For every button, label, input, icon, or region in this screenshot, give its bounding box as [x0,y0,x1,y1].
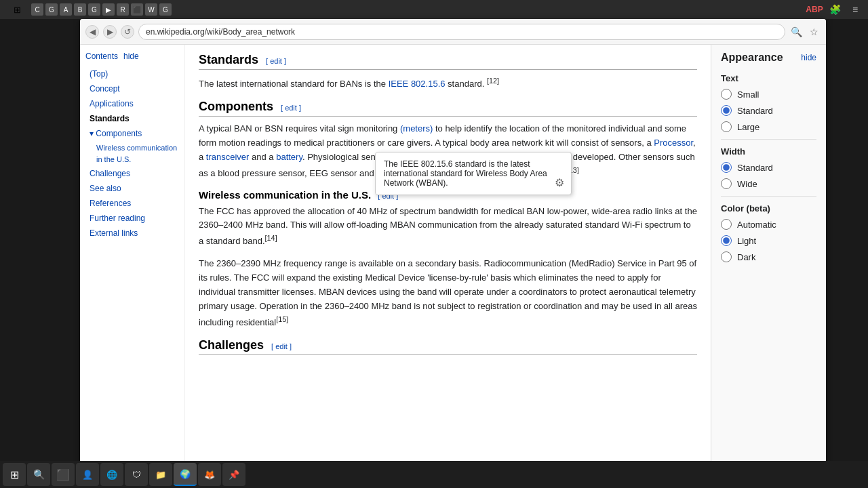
color-auto-radio[interactable] [721,219,732,230]
taskbar-pin[interactable]: 📌 [222,463,245,486]
ext-icon-9[interactable]: W [145,3,157,16]
color-light-radio[interactable] [721,235,732,246]
width-standard-label: Standard [737,163,773,173]
taskbar-task-view[interactable]: ⬛ [52,463,75,486]
standards-para: The latest international standard for BA… [199,75,697,92]
article-content: Standards [ edit ] The latest internatio… [185,45,711,473]
color-section-label: Color (beta) [721,203,816,214]
sidebar-item-applications[interactable]: Applications [85,96,179,111]
divider-1 [721,139,816,140]
appearance-hide-button[interactable]: hide [801,53,816,62]
sidebar-item-wireless[interactable]: Wireless communication in the U.S. [85,141,179,166]
bookmark-icon[interactable]: ☆ [807,25,821,39]
challenges-edit-link[interactable]: [ edit ] [271,342,292,350]
wireless-ref2: [15] [276,315,288,323]
sidebar-item-components[interactable]: ▾ Components [85,126,179,141]
width-wide-option[interactable]: Wide [721,178,816,189]
sidebar-item-further[interactable]: Further reading [85,211,179,226]
taskbar-firefox[interactable]: 🦊 [198,463,221,486]
standards-edit-link[interactable]: [ edit ] [266,57,286,65]
start-icon[interactable]: ⊞ [5,0,28,21]
sidebar-item-concept[interactable]: Concept [85,81,179,96]
sidebar-item-top[interactable]: (Top) [85,66,179,81]
url-text: en.wikipedia.org/wiki/Body_area_network [146,27,295,37]
taskbar-browser[interactable]: 🌍 [174,463,197,486]
sidebar: Contents hide (Top) Concept Applications… [80,45,185,473]
color-dark-option[interactable]: Dark [721,251,816,262]
taskbar-start[interactable]: ⊞ [3,463,26,486]
ieee-link[interactable]: IEEE 802.15.6 [389,79,446,89]
width-standard-option[interactable]: Standard [721,162,816,173]
text-small-option[interactable]: Small [721,89,816,100]
ext-icon-4[interactable]: B [74,3,86,16]
wireless-ref1: [14] [265,234,277,242]
width-standard-radio[interactable] [721,162,732,173]
ext-icon-10[interactable]: G [159,3,172,16]
standards-ref: [12] [487,77,499,85]
taskbar-security[interactable]: 🛡 [125,463,148,486]
text-large-label: Large [737,122,760,132]
appearance-panel: Appearance hide Text Small Standard Larg… [711,45,826,473]
divider-2 [721,196,816,197]
components-edit-link[interactable]: [ edit ] [281,104,301,112]
challenges-heading: Challenges [ edit ] [199,338,697,355]
color-auto-label: Automatic [737,220,776,230]
battery-link[interactable]: battery [276,152,302,162]
extensions-bar: ⊞ C G A B G ▶ R ⬛ W G ABP 🧩 ≡ [0,0,868,19]
ext-icon-7[interactable]: R [117,3,129,16]
browser-toolbar: ◀ ▶ ↺ en.wikipedia.org/wiki/Body_area_ne… [80,19,826,45]
text-large-radio[interactable] [721,121,732,132]
sidebar-item-challenges[interactable]: Challenges [85,166,179,181]
browser-window: ◀ ▶ ↺ en.wikipedia.org/wiki/Body_area_ne… [80,19,826,473]
color-dark-radio[interactable] [721,251,732,262]
refresh-button[interactable]: ↺ [121,25,134,39]
page-content: Contents hide (Top) Concept Applications… [80,45,826,473]
width-wide-radio[interactable] [721,178,732,189]
standards-heading: Standards [ edit ] [199,53,697,70]
search-icon[interactable]: 🔍 [789,25,803,39]
text-standard-option[interactable]: Standard [721,105,816,116]
address-bar[interactable]: en.wikipedia.org/wiki/Body_area_network [138,24,785,40]
ext-icon-2[interactable]: G [45,3,58,16]
color-light-label: Light [737,236,756,246]
text-small-radio[interactable] [721,89,732,100]
transceiver-link[interactable]: transceiver [206,152,250,162]
sidebar-item-references[interactable]: References [85,196,179,211]
color-automatic-option[interactable]: Automatic [721,219,816,230]
sidebar-header: Contents hide [85,52,179,61]
taskbar-search[interactable]: 🔍 [27,463,50,486]
gear-icon[interactable]: ⚙ [555,176,564,189]
extensions-icon[interactable]: 🧩 [827,2,842,17]
meters-link[interactable]: (meters) [400,123,433,134]
taskbar-store[interactable]: 🌐 [100,463,123,486]
appearance-title: Appearance [721,52,783,64]
back-button[interactable]: ◀ [85,25,99,39]
taskbar-files[interactable]: 📁 [149,463,172,486]
tooltip-box: The IEEE 802.15.6 standard is the latest… [375,152,572,195]
text-standard-label: Standard [737,106,773,116]
adblock-icon[interactable]: ABP [807,2,822,17]
taskbar-people[interactable]: 👤 [76,463,99,486]
ext-icon-5[interactable]: G [88,3,100,16]
processor-link[interactable]: Processor [654,138,693,148]
text-large-option[interactable]: Large [721,121,816,132]
text-standard-radio[interactable] [721,105,732,116]
appearance-header: Appearance hide [721,52,816,64]
hide-link[interactable]: hide [123,52,139,61]
width-wide-label: Wide [737,179,757,189]
ext-icon-6[interactable]: ▶ [102,3,115,16]
menu-icon[interactable]: ≡ [848,2,863,17]
text-section-label: Text [721,73,816,83]
browser-right-icons: ABP 🧩 ≡ [753,0,868,19]
color-light-option[interactable]: Light [721,235,816,246]
ext-icon-8[interactable]: ⬛ [131,3,143,16]
sidebar-item-standards[interactable]: Standards [85,111,179,126]
sidebar-item-see-also[interactable]: See also [85,181,179,196]
components-heading: Components [ edit ] [199,100,697,117]
ext-icon-1[interactable]: C [31,3,43,16]
sidebar-item-external[interactable]: External links [85,226,179,241]
ext-icon-3[interactable]: A [60,3,72,16]
text-small-label: Small [737,89,760,100]
wireless-para2: The 2360–2390 MHz frequency range is ava… [199,257,697,329]
forward-button[interactable]: ▶ [103,25,117,39]
